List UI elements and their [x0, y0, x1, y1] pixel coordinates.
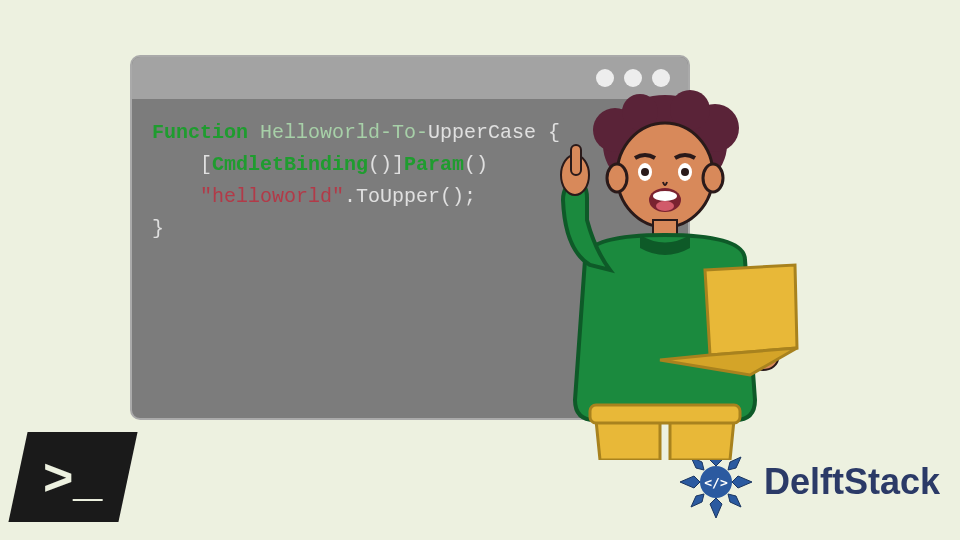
code-bracket: ()] [368, 153, 404, 176]
code-string: "helloworld" [200, 185, 344, 208]
svg-text:</>: </> [704, 475, 728, 490]
code-bracket: [ [200, 153, 212, 176]
code-param-keyword: Param [404, 153, 464, 176]
powershell-icon: >_ [8, 432, 137, 522]
powershell-glyph: >_ [43, 447, 102, 507]
person-with-laptop-illustration [515, 90, 815, 460]
svg-point-13 [653, 191, 677, 201]
code-brace: } [152, 217, 164, 240]
code-attribute: CmdletBinding [212, 153, 368, 176]
svg-point-9 [641, 168, 649, 176]
window-control-dot-icon [652, 69, 670, 87]
code-keyword: Function [152, 121, 248, 144]
svg-rect-19 [590, 405, 740, 423]
window-control-dot-icon [624, 69, 642, 87]
code-function-name: Helloworld-To- [260, 121, 428, 144]
svg-point-11 [681, 168, 689, 176]
svg-point-6 [607, 164, 627, 192]
svg-point-14 [656, 201, 674, 211]
svg-rect-17 [571, 145, 581, 175]
svg-point-7 [703, 164, 723, 192]
delftstack-label: DelftStack [764, 461, 940, 503]
code-method: .ToUpper(); [344, 185, 476, 208]
code-paren: () [464, 153, 488, 176]
window-control-dot-icon [596, 69, 614, 87]
